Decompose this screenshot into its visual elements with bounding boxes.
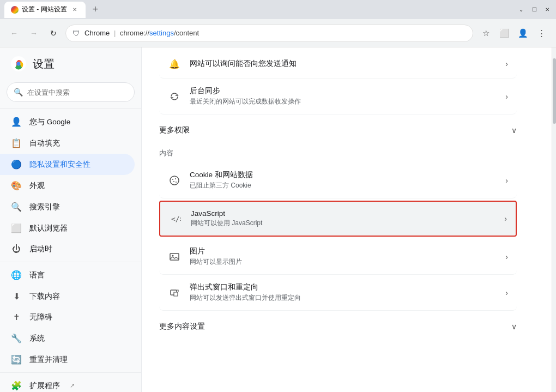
close-button[interactable]: ✕ [543, 5, 552, 14]
active-tab[interactable]: 设置 - 网站设置 ✕ [4, 2, 86, 18]
search-icon: 🔍 [14, 88, 23, 97]
search-box[interactable]: 🔍 [7, 82, 135, 102]
sidebar-label-google: 您与 Google [29, 117, 70, 127]
popup-row[interactable]: 弹出式窗口和重定向 网站可以发送弹出式窗口并使用重定向 › [159, 275, 517, 311]
javascript-subtitle: 网站可以使用 JavaScript [191, 219, 495, 228]
titlebar-left: 设置 - 网站设置 ✕ + [4, 2, 103, 18]
more-permissions-title: 更多权限 [159, 125, 190, 135]
images-title: 图片 [190, 246, 497, 256]
javascript-icon: </> [169, 212, 182, 225]
sidebar-item-extensions[interactable]: 🧩 扩展程序 ↗ [0, 375, 135, 392]
more-content-settings-title: 更多内容设置 [159, 322, 205, 331]
main-area: 设置 🔍 👤 您与 Google 📋 自动填充 🔵 隐私设置和安全性 🎨 外观 … [0, 47, 556, 392]
notifications-text: 网站可以询问能否向您发送通知 [190, 59, 497, 69]
sidebar-label-download: 下载内容 [29, 292, 60, 301]
extensions-icon: 🧩 [11, 381, 22, 391]
sidebar-item-search[interactable]: 🔍 搜索引擎 [0, 196, 135, 218]
javascript-row[interactable]: </> JavaScript 网站可以使用 JavaScript › [159, 201, 517, 237]
profile-button[interactable]: ⬜ [496, 25, 512, 41]
autofill-icon: 📋 [11, 138, 22, 148]
background-sync-title: 后台同步 [190, 86, 497, 96]
more-permissions-section[interactable]: 更多权限 ∨ [159, 114, 517, 140]
cookies-title: Cookie 和网站数据 [190, 170, 497, 180]
sidebar-header: 设置 [0, 47, 141, 80]
user-button[interactable]: 👤 [515, 25, 531, 41]
more-content-settings-section[interactable]: 更多内容设置 ∨ [159, 311, 517, 336]
sidebar-label-system: 系统 [29, 334, 45, 343]
security-icon: 🛡 [72, 29, 80, 38]
cookies-subtitle: 已阻止第三方 Cookie [190, 181, 497, 190]
popup-arrow: › [505, 288, 508, 297]
content-area: 🔔 网站可以询问能否向您发送通知 › 后台同步 最近关闭的网站可以完成数据收发操… [142, 47, 552, 392]
background-sync-text: 后台同步 最近关闭的网站可以完成数据收发操作 [190, 86, 497, 106]
restore-button[interactable]: ☐ [530, 5, 539, 14]
sidebar-divider-2 [0, 262, 141, 262]
sidebar-label-autofill: 自动填充 [29, 138, 60, 148]
tab-favicon [11, 6, 19, 14]
sidebar-label-accessibility: 无障碍 [29, 312, 52, 322]
menu-button[interactable]: ⋮ [533, 25, 549, 41]
sidebar-item-startup[interactable]: ⏻ 启动时 [0, 239, 135, 260]
sidebar-item-accessibility[interactable]: ✝ 无障碍 [0, 307, 135, 328]
sidebar-label-appearance: 外观 [29, 181, 45, 191]
more-content-settings-chevron[interactable]: ∨ [511, 322, 517, 331]
sidebar-label-extensions: 扩展程序 [29, 381, 60, 391]
content-inner: 🔔 网站可以询问能否向您发送通知 › 后台同步 最近关闭的网站可以完成数据收发操… [142, 50, 534, 336]
sidebar-item-privacy[interactable]: 🔵 隐私设置和安全性 [0, 154, 135, 175]
images-row[interactable]: 图片 网站可以显示图片 › [159, 239, 517, 275]
new-tab-button[interactable]: + [88, 2, 103, 17]
notification-icon: 🔔 [168, 57, 181, 70]
sidebar-item-appearance[interactable]: 🎨 外观 [0, 175, 135, 196]
startup-icon: ⏻ [11, 244, 22, 254]
sync-icon [168, 90, 181, 103]
more-permissions-chevron[interactable]: ∨ [511, 126, 517, 135]
background-sync-row[interactable]: 后台同步 最近关闭的网站可以完成数据收发操作 › [159, 79, 517, 114]
scrollbar-thumb [553, 58, 556, 124]
content-scrollbar[interactable] [552, 47, 556, 392]
language-icon: 🌐 [11, 270, 22, 280]
cookies-text: Cookie 和网站数据 已阻止第三方 Cookie [190, 170, 497, 190]
background-sync-arrow: › [505, 92, 508, 101]
sidebar-item-language[interactable]: 🌐 语言 [0, 264, 135, 286]
sidebar-item-autofill[interactable]: 📋 自动填充 [0, 132, 135, 154]
accessibility-icon: ✝ [11, 312, 22, 322]
address-bar[interactable]: 🛡 Chrome | chrome://settings/content [65, 25, 473, 42]
minimize-button[interactable]: ⌄ [517, 5, 525, 14]
svg-point-2 [170, 176, 179, 185]
svg-point-5 [173, 181, 174, 182]
sidebar-item-system[interactable]: 🔧 系统 [0, 328, 135, 349]
forward-button[interactable]: → [26, 26, 41, 41]
titlebar: 设置 - 网站设置 ✕ + ⌄ ☐ ✕ [0, 0, 556, 19]
sidebar-item-google[interactable]: 👤 您与 Google [0, 111, 135, 132]
toolbar-actions: ☆ ⬜ 👤 ⋮ [478, 25, 549, 41]
back-button[interactable]: ← [7, 26, 22, 41]
sidebar-divider-3 [0, 372, 141, 373]
url-display: Chrome | chrome://settings/content [84, 29, 199, 37]
content-section-label: 内容 [159, 140, 517, 162]
search-input[interactable] [27, 88, 128, 97]
sidebar-label-reset: 重置并清理 [29, 355, 68, 365]
settings-title: 设置 [33, 57, 55, 71]
sidebar-item-browser[interactable]: ⬜ 默认浏览器 [0, 218, 135, 239]
popup-subtitle: 网站可以发送弹出式窗口并使用重定向 [190, 293, 497, 303]
cookies-row[interactable]: Cookie 和网站数据 已阻止第三方 Cookie › [159, 162, 517, 198]
sidebar-item-download[interactable]: ⬇ 下载内容 [0, 286, 135, 307]
reload-button[interactable]: ↻ [46, 26, 61, 41]
chrome-label: Chrome [84, 29, 110, 37]
sidebar-divider-1 [0, 108, 141, 109]
sidebar-item-reset[interactable]: 🔄 重置并清理 [0, 349, 135, 370]
sidebar-label-startup: 启动时 [29, 244, 52, 254]
bookmark-button[interactable]: ☆ [478, 25, 494, 41]
images-icon [168, 250, 181, 263]
reset-icon: 🔄 [11, 354, 22, 365]
tab-title: 设置 - 网站设置 [22, 5, 67, 14]
tab-close-button[interactable]: ✕ [70, 5, 79, 14]
svg-point-6 [176, 182, 177, 183]
svg-point-4 [175, 178, 176, 179]
javascript-text: JavaScript 网站可以使用 JavaScript [191, 209, 495, 228]
sidebar-label-privacy: 隐私设置和安全性 [29, 160, 90, 170]
sidebar-label-browser: 默认浏览器 [29, 224, 68, 233]
addressbar: ← → ↻ 🛡 Chrome | chrome://settings/conte… [0, 19, 556, 47]
notifications-row[interactable]: 🔔 网站可以询问能否向您发送通知 › [159, 50, 517, 79]
svg-point-1 [17, 62, 21, 66]
